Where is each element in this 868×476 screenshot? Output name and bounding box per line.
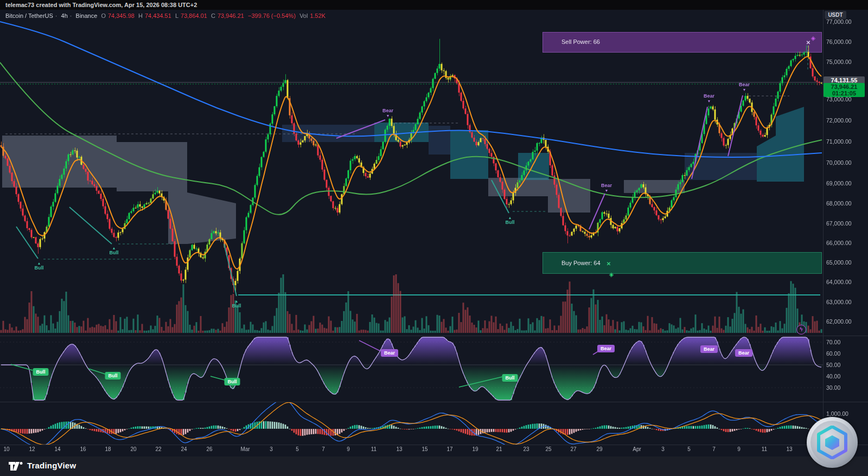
currency-badge: USDT (825, 11, 846, 19)
bear-signal-marker[interactable]: Bear▼ (704, 94, 714, 104)
time-axis-tick: 20 (130, 446, 136, 452)
ohlc-close-value: 73,946.21 (218, 12, 244, 19)
time-axis-tick: 7 (322, 446, 325, 452)
price-axis-tick: 66,000.00 (826, 240, 859, 246)
price-axis-tick: 76,000.00 (826, 38, 859, 45)
time-axis-tick: 5 (687, 446, 691, 452)
bull-signal-marker[interactable]: ▲Bull (110, 246, 119, 255)
price-axis-tick: 69,000.00 (826, 180, 859, 186)
time-axis-tick: 24 (181, 446, 187, 452)
time-axis-tick: 27 (570, 446, 576, 452)
bull-signal-label: Bull (35, 266, 44, 271)
auto-signal-button[interactable]: ϟ (796, 325, 806, 335)
chart-canvas[interactable] (0, 0, 868, 476)
bear-signal-label: Bear (382, 108, 393, 113)
bull-signal-label: Bull (232, 304, 241, 308)
bear-triangle-icon: ▼ (601, 188, 612, 193)
bear-signal-marker[interactable]: Bear▼ (601, 183, 612, 193)
rsi-axis-tick: 60.00 (826, 350, 859, 357)
rsi-axis-tick: 70.00 (826, 339, 859, 345)
time-axis-tick: 25 (545, 446, 551, 452)
watermark-coin-badge (807, 417, 858, 468)
rsi-bear-badge[interactable]: Bear (381, 349, 398, 357)
sell-diamond-icon: ◈ (811, 35, 815, 42)
time-axis-tick: 11 (762, 446, 767, 452)
time-axis-tick: 15 (422, 446, 427, 452)
sell-signal-x-icon: ✕ (806, 40, 810, 46)
rsi-axis-tick: 50.00 (826, 362, 859, 368)
volume-value: 1.52K (310, 12, 326, 19)
rsi-bull-badge[interactable]: Bull (502, 374, 518, 382)
time-axis-tick: Apr (633, 446, 641, 452)
legend-symbol: Bitcoin / TetherUS (5, 12, 53, 19)
bear-signal-marker[interactable]: Bear▼ (382, 108, 393, 118)
bull-signal-label: Bull (506, 220, 515, 225)
time-axis-tick: 3 (270, 446, 273, 452)
bar-countdown: 01:21:05 (825, 90, 863, 97)
rsi-bear-badge[interactable]: Bear (735, 349, 752, 357)
time-axis-tick: 5 (296, 446, 299, 452)
bull-signal-marker[interactable]: ▲Bull (232, 299, 241, 308)
tradingview-logo-icon[interactable] (9, 461, 24, 471)
legend-exchange: Binance (76, 12, 98, 19)
ohlc-close-key: C (211, 12, 215, 19)
bear-signal-marker[interactable]: Bear▼ (739, 82, 750, 92)
lightning-icon: ϟ (800, 326, 802, 332)
time-axis-tick: 29 (596, 446, 602, 452)
bull-signal-marker[interactable]: ▲Bull (35, 261, 44, 271)
legend-interval: 4h (61, 12, 68, 19)
time-axis-tick: 14 (54, 446, 60, 452)
time-axis-tick: 16 (80, 446, 86, 452)
ohlc-low-key: L (175, 12, 178, 19)
bear-signal-label: Bear (739, 82, 750, 87)
ohlc-open-key: O (101, 12, 106, 19)
legend-separator: · (70, 12, 72, 19)
time-axis-tick: 19 (472, 446, 478, 452)
price-axis-tick: 64,000.00 (826, 279, 859, 285)
bull-signal-marker[interactable]: ▲Bull (506, 215, 515, 225)
bear-triangle-icon: ▼ (704, 99, 714, 104)
ohlc-low-value: 73,864.01 (181, 12, 207, 19)
price-axis-tick: 71,000.00 (826, 138, 859, 145)
last-price-value: 73,946.21 (825, 83, 863, 90)
tradingview-chart-page: telemac73 created with TradingView.com, … (0, 0, 868, 476)
price-axis-tick: 72,000.00 (826, 117, 859, 124)
ohlc-open-value: 74,345.98 (108, 12, 135, 19)
price-axis-tick: 65,000.00 (826, 259, 859, 266)
rsi-axis-tick: 30.00 (826, 384, 859, 391)
coin-cube-icon (816, 426, 848, 459)
symbol-legend[interactable]: Bitcoin / TetherUS· 4h· Binance O74,345.… (5, 12, 328, 19)
time-axis-tick: 18 (105, 446, 111, 452)
bear-triangle-icon: ▼ (382, 113, 393, 118)
time-axis-tick: 11 (371, 446, 376, 452)
buy-power-label[interactable]: Buy Power: 64 (561, 260, 601, 266)
time-axis-separator (0, 445, 868, 445)
volume-key: Vol (299, 12, 308, 19)
buy-signal-x-icon: ✕ (607, 261, 611, 267)
rsi-bear-badge[interactable]: Bear (700, 345, 718, 353)
panel-separator[interactable] (0, 336, 868, 336)
time-axis-tick: 22 (155, 446, 161, 452)
panel-separator[interactable] (0, 402, 868, 402)
bull-signal-label: Bull (110, 250, 119, 255)
rsi-bull-badge[interactable]: Bull (105, 372, 121, 379)
price-axis-tick: 75,000.00 (826, 59, 859, 65)
tradingview-brand[interactable]: TradingView (27, 461, 76, 470)
ohlc-change: −399.76 (−0.54%) (248, 12, 296, 19)
rsi-bear-badge[interactable]: Bear (597, 345, 615, 352)
rsi-bull-badge[interactable]: Bull (33, 368, 49, 376)
sell-power-label[interactable]: Sell Power: 66 (561, 38, 600, 45)
price-axis-tick: 62,000.00 (826, 318, 859, 325)
ohlc-high-key: H (138, 12, 143, 19)
macd-axis-tick: 1,000.00 (826, 410, 859, 417)
time-axis-tick: 3 (661, 446, 665, 452)
bear-signal-label: Bear (601, 183, 612, 188)
price-axis-tick: 67,000.00 (826, 220, 859, 227)
rsi-bull-badge[interactable]: Bull (225, 378, 240, 385)
time-axis-tick: 26 (206, 446, 212, 452)
time-axis-tick: 9 (737, 446, 741, 452)
bear-triangle-icon: ▼ (739, 87, 750, 92)
time-axis-tick: 13 (396, 446, 402, 452)
time-axis-tick: 23 (523, 446, 529, 452)
time-axis-tick: 10 (3, 446, 9, 452)
